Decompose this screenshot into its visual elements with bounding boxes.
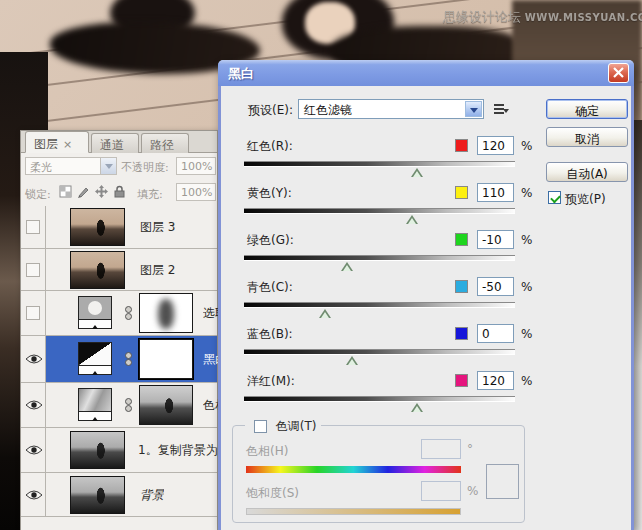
slider-track[interactable]	[244, 302, 515, 308]
layer-row-2[interactable]: 图层 2	[21, 249, 217, 291]
layer-mask-thumbnail[interactable]	[139, 293, 193, 333]
close-button[interactable]	[608, 63, 629, 83]
eye-icon[interactable]	[25, 399, 43, 411]
channel-value-field[interactable]: 120	[477, 371, 514, 390]
layer-row-body[interactable]: 1。复制背景为图层	[46, 428, 217, 472]
watermark-url: www.missyuan.com	[525, 12, 642, 23]
layer-mask-thumbnail[interactable]	[139, 339, 193, 379]
channel-slider[interactable]	[244, 161, 515, 177]
saturation-unit: %	[467, 484, 478, 498]
layer-row-body[interactable]: 色相/饱	[46, 383, 217, 427]
link-icon[interactable]	[124, 306, 133, 321]
layer-mask-thumbnail[interactable]	[139, 385, 193, 425]
visibility-box[interactable]	[26, 306, 40, 320]
adjustment-thumbnail[interactable]	[78, 388, 112, 422]
channel-value-field[interactable]: -50	[477, 277, 514, 296]
eye-icon[interactable]	[25, 353, 43, 365]
lock-paint-icon[interactable]	[77, 185, 90, 198]
lock-move-icon[interactable]	[95, 185, 108, 198]
slider-track[interactable]	[244, 255, 515, 261]
channel-slider[interactable]	[244, 302, 515, 318]
layer-row-body[interactable]: 图层 3	[46, 206, 217, 248]
adjustment-thumbnail[interactable]	[78, 342, 112, 376]
layer-name: 图层 2	[140, 261, 175, 278]
layer-row-copy-background[interactable]: 1。复制背景为图层	[21, 428, 217, 473]
channel-value-field[interactable]: 0	[477, 324, 514, 343]
blend-mode-select[interactable]: 柔光	[25, 157, 117, 175]
eye-icon[interactable]	[25, 444, 43, 456]
channel-row-blue: 蓝色(B): 0 %	[244, 322, 540, 368]
tint-color-swatch[interactable]	[486, 464, 519, 499]
preset-value: 红色滤镜	[304, 102, 352, 119]
lock-all-icon[interactable]	[113, 185, 126, 198]
channel-row-green: 绿色(G): -10 %	[244, 228, 540, 274]
cancel-button[interactable]: 取消	[546, 127, 628, 147]
visibility-cell[interactable]	[21, 291, 46, 335]
visibility-box[interactable]	[26, 263, 40, 277]
layer-thumbnail[interactable]	[70, 208, 125, 246]
tab-paths[interactable]: 路径	[141, 133, 189, 153]
tint-checkbox[interactable]	[254, 420, 267, 433]
channel-slider[interactable]	[244, 349, 515, 365]
preset-options-icon[interactable]	[494, 104, 509, 116]
slider-thumb[interactable]	[319, 309, 331, 318]
slider-track[interactable]	[244, 396, 515, 402]
layers-panel: 图层× 通道 路径 柔光 不透明度: 100% 锁定:	[20, 130, 218, 530]
channel-slider[interactable]	[244, 208, 515, 224]
opacity-field[interactable]: 100%	[176, 157, 216, 175]
channel-value-field[interactable]: -10	[477, 230, 514, 249]
link-icon[interactable]	[124, 398, 133, 413]
channel-slider[interactable]	[244, 396, 515, 412]
slider-thumb[interactable]	[411, 403, 423, 412]
tab-channels[interactable]: 通道	[91, 133, 139, 153]
slider-track[interactable]	[244, 161, 515, 167]
layer-thumbnail[interactable]	[70, 431, 125, 469]
preview-checkbox[interactable]	[548, 191, 561, 204]
visibility-cell[interactable]	[21, 206, 46, 248]
ok-button[interactable]: 确定	[546, 99, 628, 119]
tab-close-icon[interactable]: ×	[63, 138, 72, 151]
auto-button[interactable]: 自动(A)	[546, 162, 628, 182]
slider-thumb[interactable]	[406, 215, 418, 224]
layer-row-3[interactable]: 图层 3	[21, 206, 217, 249]
slider-thumb[interactable]	[346, 356, 358, 365]
layer-row-background[interactable]: 背景	[21, 473, 217, 517]
tab-layers[interactable]: 图层×	[25, 131, 89, 153]
link-icon[interactable]	[124, 352, 133, 367]
channel-slider[interactable]	[244, 255, 515, 271]
channel-value-field[interactable]: 120	[477, 136, 514, 155]
slider-track[interactable]	[244, 208, 515, 214]
eye-icon[interactable]	[25, 489, 43, 501]
slider-thumb[interactable]	[341, 262, 353, 271]
layer-thumbnail[interactable]	[70, 476, 125, 514]
preset-select[interactable]: 红色滤镜	[298, 99, 484, 119]
channel-value-field[interactable]: 110	[477, 183, 514, 202]
visibility-cell[interactable]	[21, 336, 46, 382]
visibility-cell[interactable]	[21, 383, 46, 427]
channel-swatch	[455, 280, 468, 293]
slider-thumb[interactable]	[411, 168, 423, 177]
lock-transparency-icon[interactable]	[59, 185, 72, 198]
dialog-titlebar[interactable]: 黑白	[218, 60, 634, 86]
layer-row-body[interactable]: 选取颜	[46, 291, 217, 335]
visibility-cell[interactable]	[21, 428, 46, 472]
adjustment-thumbnail[interactable]	[78, 296, 112, 330]
saturation-label: 饱和度(S)	[246, 485, 299, 502]
visibility-box[interactable]	[26, 220, 40, 234]
chevron-down-icon[interactable]	[465, 101, 482, 117]
channel-row-red: 红色(R): 120 %	[244, 134, 540, 180]
lock-row: 锁定: 填充: 100%	[21, 181, 217, 205]
visibility-cell[interactable]	[21, 473, 46, 516]
slider-track[interactable]	[244, 349, 515, 355]
layer-row-body[interactable]: 图层 2	[46, 249, 217, 290]
opacity-label: 不透明度:	[121, 160, 169, 175]
layer-row-selective-color[interactable]: 选取颜	[21, 291, 217, 336]
layer-row-black-white[interactable]: 黑白 1	[21, 336, 217, 383]
layer-row-hue-saturation[interactable]: 色相/饱	[21, 383, 217, 428]
chevron-down-icon[interactable]	[100, 158, 116, 174]
visibility-cell[interactable]	[21, 249, 46, 290]
layer-row-body[interactable]: 黑白 1	[46, 336, 217, 382]
layer-thumbnail[interactable]	[70, 251, 125, 289]
layer-row-body[interactable]: 背景	[46, 473, 217, 516]
fill-field[interactable]: 100%	[176, 183, 216, 201]
